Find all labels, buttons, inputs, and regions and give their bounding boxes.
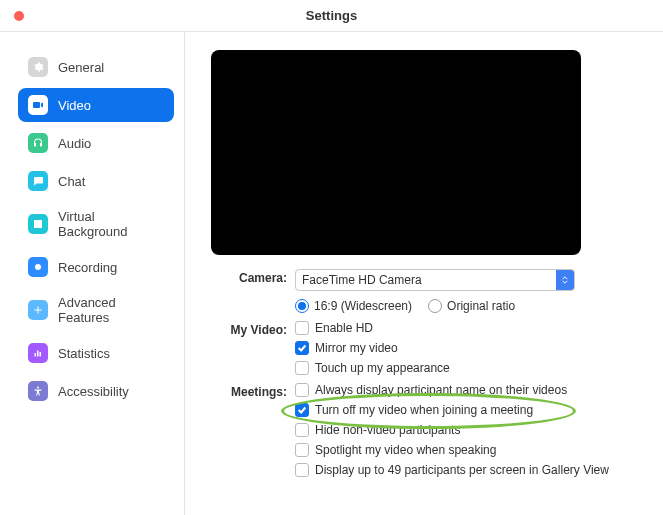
hide-nonvideo-checkbox[interactable]: Hide non-video participants [295,423,641,437]
radio-icon [428,299,442,313]
camera-selected-value: FaceTime HD Camera [302,273,422,287]
sidebar-item-label: Recording [58,260,117,275]
checkbox-icon [295,423,309,437]
sidebar-item-general[interactable]: General [18,50,174,84]
my-video-label: My Video: [207,321,287,375]
sidebar-item-label: Audio [58,136,91,151]
checkbox-label: Touch up my appearance [315,361,450,375]
svg-point-0 [35,264,41,270]
camera-label: Camera: [207,269,287,291]
sidebar-item-accessibility[interactable]: Accessibility [18,374,174,408]
sidebar-item-label: Statistics [58,346,110,361]
chat-icon [28,171,48,191]
chevron-updown-icon [556,270,574,290]
stats-icon [28,343,48,363]
sidebar-item-chat[interactable]: Chat [18,164,174,198]
checkbox-label: Turn off my video when joining a meeting [315,403,533,417]
checkbox-label: Mirror my video [315,341,398,355]
sidebar-item-audio[interactable]: Audio [18,126,174,160]
settings-window: Settings General Video Audio [0,0,663,515]
sidebar-item-label: Accessibility [58,384,129,399]
aspect-original-radio[interactable]: Original ratio [428,299,515,313]
sidebar-item-statistics[interactable]: Statistics [18,336,174,370]
sidebar-item-advanced-features[interactable]: Advanced Features [18,288,174,332]
content: Camera: FaceTime HD Camera 16:9 (Widescr… [185,32,663,515]
checkbox-icon [295,383,309,397]
checkbox-label: Always display participant name on their… [315,383,567,397]
camera-dropdown[interactable]: FaceTime HD Camera [295,269,575,291]
window-controls [0,11,24,21]
sidebar-item-label: Virtual Background [58,209,164,239]
sidebar-item-label: Chat [58,174,85,189]
checkbox-label: Display up to 49 participants per screen… [315,463,609,477]
radio-icon [295,299,309,313]
checkbox-icon [295,463,309,477]
headphones-icon [28,133,48,153]
mirror-video-checkbox[interactable]: Mirror my video [295,341,641,355]
always-display-names-checkbox[interactable]: Always display participant name on their… [295,383,641,397]
sidebar-item-recording[interactable]: Recording [18,250,174,284]
sidebar-item-label: Video [58,98,91,113]
titlebar: Settings [0,0,663,32]
checkbox-icon [295,321,309,335]
checkbox-icon [295,361,309,375]
aspect-16-9-radio[interactable]: 16:9 (Widescreen) [295,299,412,313]
sidebar: General Video Audio Chat [0,32,185,515]
record-icon [28,257,48,277]
checkbox-label: Hide non-video participants [315,423,460,437]
plus-icon [28,300,48,320]
checkbox-label: Enable HD [315,321,373,335]
radio-label: Original ratio [447,299,515,313]
window-title: Settings [0,8,663,23]
accessibility-icon [28,381,48,401]
image-icon [28,214,48,234]
close-window-button[interactable] [14,11,24,21]
video-icon [28,95,48,115]
checkbox-icon [295,443,309,457]
gallery-49-checkbox[interactable]: Display up to 49 participants per screen… [295,463,641,477]
sidebar-item-label: General [58,60,104,75]
svg-point-1 [37,387,39,389]
checkbox-icon [295,341,309,355]
sidebar-item-virtual-background[interactable]: Virtual Background [18,202,174,246]
sidebar-item-video[interactable]: Video [18,88,174,122]
checkbox-label: Spotlight my video when speaking [315,443,496,457]
radio-label: 16:9 (Widescreen) [314,299,412,313]
spotlight-video-checkbox[interactable]: Spotlight my video when speaking [295,443,641,457]
turn-off-video-checkbox[interactable]: Turn off my video when joining a meeting [295,403,641,417]
checkbox-icon [295,403,309,417]
gear-icon [28,57,48,77]
enable-hd-checkbox[interactable]: Enable HD [295,321,641,335]
touch-up-checkbox[interactable]: Touch up my appearance [295,361,641,375]
meetings-label: Meetings: [207,383,287,477]
sidebar-item-label: Advanced Features [58,295,164,325]
video-preview [211,50,581,255]
